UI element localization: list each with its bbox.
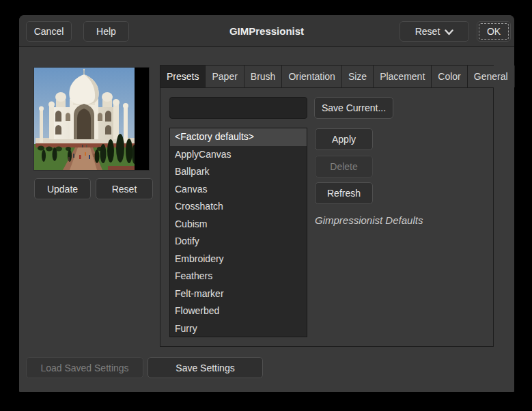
preset-item-embroidery[interactable]: Embroidery [170, 251, 307, 268]
delete-button[interactable]: Delete [315, 156, 373, 178]
preset-item-dotify[interactable]: Dotify [170, 233, 307, 251]
preset-item-crosshatch[interactable]: Crosshatch [170, 198, 307, 216]
screen-backdrop: Cancel Help GIMPressionist Reset OK [0, 0, 532, 411]
tab-paper[interactable]: Paper [206, 66, 244, 87]
reset-preview-button[interactable]: Reset [96, 178, 153, 199]
save-current-button[interactable]: Save Current... [314, 97, 393, 119]
load-saved-settings-button[interactable]: Load Saved Settings [26, 357, 143, 378]
preset-item-cubism[interactable]: Cubism [170, 216, 307, 233]
preset-item-factory-defaults[interactable]: <Factory defaults> [170, 128, 307, 146]
tab-orientation[interactable]: Orientation [282, 66, 341, 87]
preset-item-flowerbed[interactable]: Flowerbed [170, 302, 307, 320]
preset-item-furry[interactable]: Furry [170, 320, 307, 338]
gimpressionist-dialog: Cancel Help GIMPressionist Reset OK [19, 15, 514, 392]
preset-item-applycanvas[interactable]: ApplyCanvas [170, 146, 307, 164]
tab-size[interactable]: Size [342, 66, 374, 87]
preset-description: Gimpressionist Defaults [315, 214, 423, 226]
preset-item-felt-marker[interactable]: Felt-marker [170, 285, 307, 303]
tab-brush[interactable]: Brush [244, 66, 283, 87]
tab-color[interactable]: Color [432, 66, 467, 87]
save-settings-button[interactable]: Save Settings [148, 357, 263, 378]
tab-general[interactable]: General [468, 66, 515, 87]
preset-item-ballpark[interactable]: Ballpark [170, 163, 307, 181]
help-button[interactable]: Help [83, 21, 129, 42]
preset-item-canvas[interactable]: Canvas [170, 181, 307, 199]
update-preview-button[interactable]: Update [34, 178, 91, 199]
tab-strip: PresetsPaperBrushOrientationSizePlacemen… [160, 66, 493, 88]
reset-dropdown-label: Reset [415, 26, 440, 37]
chevron-down-icon [445, 29, 453, 36]
cancel-button[interactable]: Cancel [26, 21, 72, 42]
refresh-button[interactable]: Refresh [315, 182, 373, 204]
tab-placement[interactable]: Placement [374, 66, 432, 87]
ok-button[interactable]: OK [477, 21, 511, 42]
presets-list[interactable]: <Factory defaults>ApplyCanvasBallparkCan… [169, 128, 307, 337]
tab-presets[interactable]: Presets [160, 66, 206, 87]
settings-notebook: PresetsPaperBrushOrientationSizePlacemen… [160, 65, 494, 347]
preset-name-input[interactable] [169, 97, 307, 119]
apply-button[interactable]: Apply [315, 128, 373, 150]
preview-image [34, 68, 149, 170]
dialog-header-bar: Cancel Help GIMPressionist Reset OK [19, 15, 514, 47]
reset-dropdown-button[interactable]: Reset [400, 21, 469, 42]
preset-item-feathers[interactable]: Feathers [170, 268, 307, 285]
